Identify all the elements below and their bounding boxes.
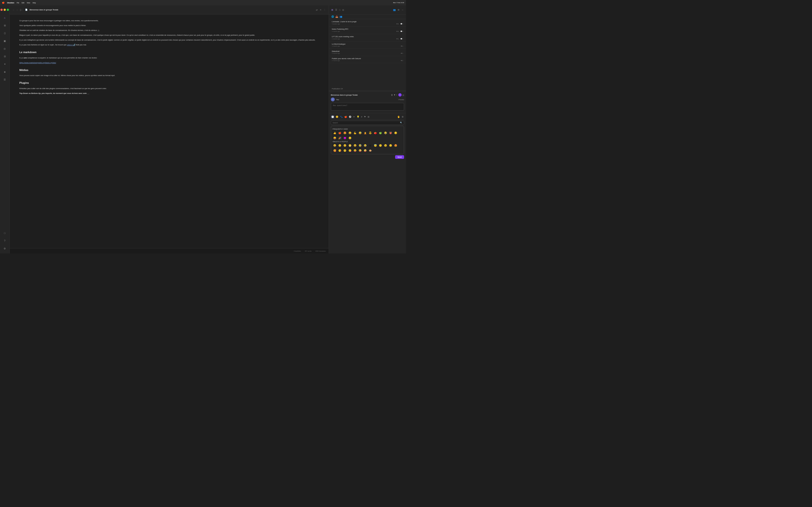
emoji-cell[interactable]: 🍎 — [338, 131, 342, 135]
emoji-cell[interactable]: 🍅 — [373, 131, 377, 135]
emoji-tab-smileys[interactable]: 😊 — [335, 115, 339, 119]
emoji-search-bar[interactable]: 🔍 — [331, 121, 404, 125]
emoji-cell[interactable]: 🍏 — [378, 131, 383, 135]
emoji-cell[interactable]: 💪 — [353, 131, 357, 135]
activity-code[interactable]: ⟨⟩ — [2, 30, 8, 36]
emoji-cell[interactable]: 😛 — [353, 148, 357, 153]
emoji-cell[interactable]: 🐵 — [368, 148, 372, 153]
emoji-cell[interactable]: 😜 — [358, 148, 362, 153]
emoji-cell[interactable]: 😛 — [333, 136, 337, 140]
panel-settings-icon[interactable]: ⚙ — [398, 9, 400, 11]
activity-home[interactable]: ⌂ — [2, 14, 8, 21]
emoji-tab-food[interactable]: 🍎 — [344, 115, 348, 119]
channel-item[interactable]: Publish your atomic notes with Sekund 1 … — [329, 56, 406, 63]
emoji-cell[interactable]: 😏 — [394, 131, 398, 135]
panel-toolbar-icon[interactable]: ⊞ — [331, 9, 333, 11]
emoji-cell[interactable]: 🙃 — [378, 143, 383, 148]
doc-action-close[interactable]: ✕ — [320, 9, 322, 11]
channel-item[interactable]: L'entraide. L'autre loi de la jungle 4 w… — [329, 19, 406, 26]
emoji-cell[interactable]: 🙂 — [338, 143, 342, 148]
menu-help[interactable]: Help — [33, 2, 36, 4]
emoji-cell[interactable]: 😎 — [368, 131, 372, 135]
channel-item[interactable]: Didacticiel 1 month ago 👁 1 — [329, 49, 406, 56]
activity-question[interactable]: ? — [2, 237, 8, 244]
emoji-cell[interactable]: 😊 — [343, 143, 347, 148]
emoji-tab-objects[interactable]: 💡 — [356, 115, 360, 119]
emoji-cell[interactable]: 😚 — [343, 148, 347, 153]
emoji-cell[interactable]: 😀 — [333, 143, 337, 148]
tab-inbox[interactable]: 📥 — [336, 15, 338, 18]
emoji-tab-flags[interactable]: ⚑ — [363, 115, 366, 119]
emoji-cell[interactable]: 😇 — [373, 143, 377, 148]
emoji-tab-activities[interactable]: ⚽ — [348, 115, 352, 119]
emoji-tab-animals[interactable]: 🐾 — [340, 115, 343, 119]
composer-bars-icon[interactable]: ||| — [403, 94, 404, 96]
emoji-cell[interactable]: 👍 — [333, 131, 337, 135]
activity-settings[interactable]: ⚙ — [2, 245, 8, 251]
emoji-cell[interactable]: 🤪 — [363, 148, 367, 153]
sidebar-toggle[interactable]: |← — [20, 9, 23, 11]
activity-bookmark[interactable]: ⊟ — [2, 53, 8, 59]
tab-notifications[interactable]: 🌐 — [331, 15, 334, 18]
close-button[interactable] — [0, 9, 3, 11]
emoji-cell[interactable]: 🎉 — [338, 136, 342, 140]
send-button[interactable]: Send — [395, 155, 404, 159]
channel-item[interactable]: LYT 201 zoom meeting notes 1 month ago 👁… — [329, 34, 406, 42]
emoji-tab-custom[interactable]: ⊞ — [367, 115, 370, 119]
emoji-cell[interactable]: 🤦 — [363, 131, 367, 135]
emoji-cell[interactable]: 😀 — [348, 131, 352, 135]
activity-table[interactable]: ⊞ — [2, 22, 8, 29]
activity-star[interactable]: ✦ — [2, 61, 8, 67]
tab-users[interactable]: 👥 — [340, 15, 342, 18]
emoji-tab-skin[interactable]: 🖐 — [397, 115, 400, 119]
panel-users-icon[interactable]: 👥 — [393, 9, 396, 11]
zoom-button[interactable] — [7, 9, 9, 11]
panel-options-icon[interactable]: ☰ — [335, 9, 337, 11]
emoji-cell[interactable]: 😂 — [383, 131, 388, 135]
activity-list[interactable]: ☰ — [2, 76, 8, 82]
emoji-cell[interactable]: 😒 — [348, 136, 352, 140]
activity-tag[interactable]: ◈ — [2, 68, 8, 75]
emoji-cell[interactable]: 😌 — [388, 143, 393, 148]
emoji-tab-travel[interactable]: ✈ — [353, 115, 355, 119]
markdown-link[interactable]: https://www.markdownguide.org/basic-synt… — [19, 62, 56, 64]
emoji-cell[interactable]: 😍 — [343, 131, 347, 135]
composer-format-icon[interactable]: T — [394, 94, 395, 96]
panel-arrow-icon[interactable]: → — [401, 9, 404, 11]
channel-item[interactable]: Notes Publishing RFC 1 month ago 👁 3 💬 3 — [329, 26, 406, 34]
emoji-tab-recent[interactable]: 🕐 — [331, 115, 335, 119]
app-name[interactable]: Obsidian — [7, 2, 14, 4]
emoji-cell[interactable]: 🥰 — [333, 148, 337, 153]
activity-globe[interactable]: ◎ — [2, 45, 8, 52]
doc-action-link[interactable]: ⇄ — [316, 9, 318, 11]
apple-menu[interactable]: 🍎 — [2, 1, 5, 4]
channel-list[interactable]: L'entraide. L'autre loi de la jungle 4 w… — [329, 19, 406, 87]
emoji-cell[interactable]: 😁 — [348, 143, 352, 148]
composer-delete-icon[interactable]: 🗑 — [391, 94, 393, 96]
emoji-cell[interactable]: 🤣 — [358, 143, 362, 148]
emoji-cell[interactable]: 😍 — [394, 143, 398, 148]
emoji-cell[interactable]: 😅 — [358, 131, 362, 135]
menu-file[interactable]: File — [17, 2, 19, 4]
panel-compose-icon[interactable]: □ — [339, 9, 340, 11]
preview-button[interactable]: Preview — [399, 99, 404, 101]
emoji-cell[interactable]: 😄 — [353, 143, 357, 148]
emoji-cell[interactable]: 😉 — [383, 143, 388, 148]
activity-screen[interactable]: ▣ — [2, 38, 8, 44]
emoji-cell[interactable]: 👹 — [388, 131, 393, 135]
emoji-cell[interactable]: 😘 — [338, 148, 342, 153]
nav-forward[interactable]: → — [16, 9, 18, 11]
menu-edit[interactable]: Edit — [21, 2, 24, 4]
emoji-tab-symbols[interactable]: # — [361, 115, 363, 119]
minimize-button[interactable] — [4, 9, 6, 11]
external-link[interactable]: celui-ci 🔗 — [67, 44, 75, 46]
channel-item[interactable]: Le Mont Analogue 1 month ago 👁 1 — [329, 42, 406, 49]
message-input[interactable] — [331, 103, 404, 111]
composer-add-icon[interactable]: + — [396, 94, 397, 96]
emoji-cell[interactable]: 😋 — [348, 148, 352, 153]
menu-view[interactable]: View — [27, 2, 30, 4]
activity-help-doc[interactable]: □ — [2, 230, 8, 236]
editor-content[interactable]: Ce groupe à pour but de nous encourager … — [10, 14, 329, 248]
emoji-cell[interactable]: 😈 — [343, 136, 347, 140]
panel-sekund-icon[interactable]: ◎ — [342, 9, 344, 11]
